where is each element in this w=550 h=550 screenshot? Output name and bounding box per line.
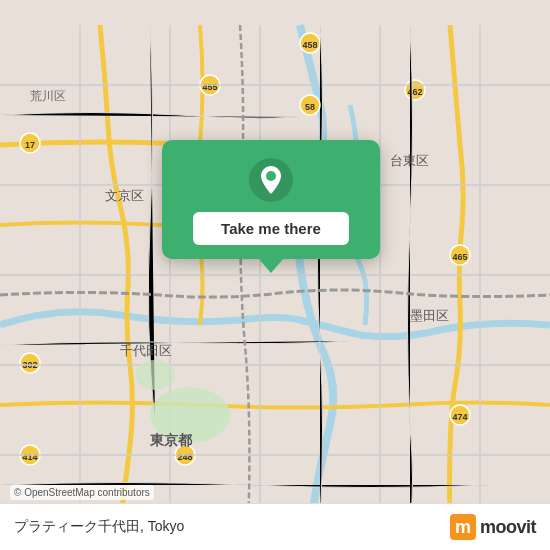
svg-point-40 [266, 171, 276, 181]
svg-point-30 [135, 360, 175, 390]
bottom-bar: プラティーク千代田, Tokyo m moovit [0, 503, 550, 550]
svg-text:455: 455 [202, 82, 217, 92]
svg-text:462: 462 [407, 87, 422, 97]
map-container: 17 455 458 462 465 474 302 414 248 [0, 0, 550, 550]
moovit-logo-text: moovit [480, 517, 536, 538]
svg-text:17: 17 [25, 140, 35, 150]
svg-text:248: 248 [177, 452, 192, 462]
moovit-logo: m moovit [450, 514, 536, 540]
location-pin-icon [249, 158, 293, 202]
svg-text:文京区: 文京区 [105, 188, 144, 203]
svg-text:414: 414 [22, 452, 37, 462]
map-background: 17 455 458 462 465 474 302 414 248 [0, 0, 550, 550]
svg-text:千代田区: 千代田区 [120, 343, 172, 358]
copyright-notice: © OpenStreetMap contributors [10, 485, 154, 500]
svg-text:465: 465 [452, 252, 467, 262]
svg-text:台東区: 台東区 [390, 153, 429, 168]
svg-text:58: 58 [305, 102, 315, 112]
svg-text:458: 458 [302, 40, 317, 50]
popup-card: Take me there [162, 140, 380, 259]
svg-text:474: 474 [452, 412, 467, 422]
svg-text:東京都: 東京都 [150, 432, 193, 448]
moovit-logo-icon: m [450, 514, 476, 540]
location-label: プラティーク千代田, Tokyo [14, 518, 184, 536]
svg-text:墨田区: 墨田区 [410, 308, 449, 323]
take-me-there-button[interactable]: Take me there [193, 212, 349, 245]
svg-text:荒川区: 荒川区 [30, 89, 66, 103]
